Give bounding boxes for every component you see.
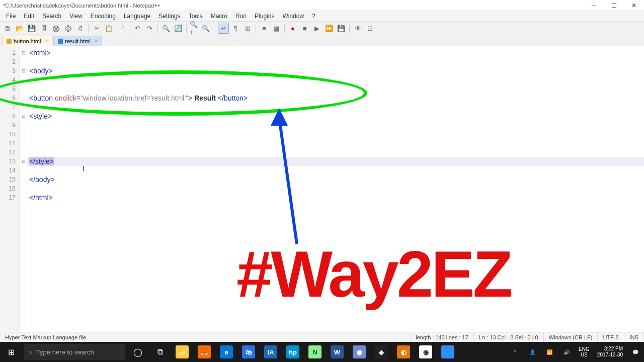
tray-up-icon[interactable]: ˄ <box>507 342 524 362</box>
stop-macro-icon[interactable]: ■ <box>299 23 310 34</box>
play-macro-icon[interactable]: ▶ <box>311 23 323 34</box>
tab-bar: button.html × result.html × <box>0 35 644 46</box>
code-line: <html> <box>29 49 51 57</box>
copy-icon[interactable]: 📋 <box>103 23 114 34</box>
toolbar-separator <box>186 24 187 33</box>
status-length: length : 143 lines : 17 <box>411 332 474 342</box>
code-editor[interactable]: 1234 5678 9101112 13141516 17 ⊟⊟ ⊟⊟ <htm… <box>0 46 644 332</box>
menu-plugins[interactable]: Plugins <box>251 13 278 20</box>
status-mode: INS <box>624 332 644 342</box>
close-all-icon[interactable]: ⨷ <box>62 23 73 34</box>
menu-view[interactable]: View <box>65 13 87 20</box>
zoom-out-icon[interactable]: 🔍- <box>201 23 212 34</box>
cut-icon[interactable]: ✂ <box>91 23 102 34</box>
toolbar-separator <box>129 24 129 33</box>
record-macro-icon[interactable]: ● <box>287 23 298 34</box>
maximize-button[interactable]: ☐ <box>604 0 624 11</box>
status-encoding: UTF-8 <box>598 332 624 342</box>
status-position: Ln : 13 Col : 8 Sel : 0 | 0 <box>474 332 544 342</box>
print-icon[interactable]: 🖨 <box>74 23 86 34</box>
doc-map-icon[interactable]: ▦ <box>271 23 282 34</box>
indent-guide-icon[interactable]: ⊞ <box>242 23 253 34</box>
show-hidden-icon[interactable]: ⊡ <box>364 23 375 34</box>
taskbar-app-hp[interactable]: hp <box>282 342 304 362</box>
code-content[interactable]: <html> <body> <button onclick="window.lo… <box>27 46 644 332</box>
find-icon[interactable]: 🔍 <box>160 23 172 34</box>
tab-close-icon[interactable]: × <box>45 38 48 44</box>
taskbar-app-word[interactable]: W <box>326 342 348 362</box>
taskbar-app-notepadpp[interactable]: N <box>304 342 326 362</box>
minimize-button[interactable]: ─ <box>584 0 604 11</box>
open-file-icon[interactable]: 📂 <box>14 23 25 34</box>
code-token: = <box>76 94 80 102</box>
menu-file[interactable]: File <box>2 13 20 20</box>
cortana-icon[interactable]: ◯ <box>127 342 149 362</box>
menu-settings[interactable]: Settings <box>154 13 184 20</box>
menu-macro[interactable]: Macro <box>207 13 231 20</box>
tab-result-html[interactable]: result.html × <box>53 36 102 46</box>
redo-icon[interactable]: ↷ <box>144 23 155 34</box>
function-list-icon[interactable]: ≡ <box>259 23 270 34</box>
tray-wifi-icon[interactable]: 📶 <box>541 342 558 362</box>
menu-tools[interactable]: Tools <box>185 13 207 20</box>
menu-search[interactable]: Search <box>38 13 65 20</box>
tray-volume-icon[interactable]: 🔊 <box>558 342 575 362</box>
code-line: </body> <box>29 175 55 184</box>
save-icon[interactable]: 💾 <box>26 23 37 34</box>
wordwrap-icon[interactable]: ↵ <box>218 23 229 34</box>
show-all-chars-icon[interactable]: ¶ <box>230 23 241 34</box>
close-button[interactable]: ✕ <box>624 0 644 11</box>
system-tray: ˄ 👤 📶 🔊 ENGUS 3:22 PM2017-12-30 💬 <box>507 342 644 362</box>
taskbar-app-ia[interactable]: IA <box>260 342 282 362</box>
taskbar-search[interactable]: ○ Type here to search <box>24 344 125 360</box>
save-macro-icon[interactable]: 💾 <box>336 23 347 34</box>
code-token: Result <box>192 94 218 102</box>
tab-button-html[interactable]: button.html × <box>2 36 52 46</box>
tray-clock[interactable]: 3:22 PM2017-12-30 <box>593 346 627 358</box>
play-multi-icon[interactable]: ⏩ <box>324 23 335 34</box>
undo-icon[interactable]: ↶ <box>132 23 143 34</box>
taskbar-app-blender[interactable]: ◐ <box>392 342 415 362</box>
tab-close-icon[interactable]: × <box>95 38 98 44</box>
code-token: <button <box>29 94 55 102</box>
taskbar-app-edge[interactable]: e <box>215 342 237 362</box>
menu-edit[interactable]: Edit <box>20 13 38 20</box>
toolbar-separator <box>284 24 285 33</box>
paste-icon[interactable]: 📄 <box>115 23 126 34</box>
tab-label: result.html <box>65 38 91 44</box>
taskbar-app-firefox[interactable]: 🦊 <box>193 342 215 362</box>
taskbar-app-unity[interactable]: ◈ <box>370 342 392 362</box>
code-token: "window.location.href='result.html'" <box>80 94 188 102</box>
task-view-icon[interactable]: ⧉ <box>149 342 171 362</box>
tray-lang[interactable]: ENGUS <box>575 342 593 362</box>
menu-encoding[interactable]: Encoding <box>87 13 120 20</box>
new-file-icon[interactable]: 🗎 <box>2 23 13 34</box>
tray-notifications-icon[interactable]: 💬 <box>627 342 644 362</box>
taskbar-app-browser[interactable]: 🌐 <box>437 342 459 362</box>
zoom-in-icon[interactable]: 🔍+ <box>189 23 200 34</box>
close-file-icon[interactable]: ⨂ <box>50 23 61 34</box>
taskbar-app-explorer[interactable]: 📁 <box>171 342 193 362</box>
monitor-icon[interactable]: 👁 <box>352 23 363 34</box>
file-icon <box>7 39 12 44</box>
taskbar-app-chrome[interactable]: ◉ <box>415 342 437 362</box>
code-token: </button> <box>218 94 248 102</box>
menu-help[interactable]: ? <box>308 13 319 20</box>
menu-run[interactable]: Run <box>231 13 251 20</box>
code-line: <body> <box>29 67 53 75</box>
menu-language[interactable]: Language <box>120 13 154 20</box>
menu-window[interactable]: Window <box>278 13 308 20</box>
menu-bar: File Edit Search View Encoding Language … <box>0 11 644 21</box>
start-button[interactable]: ⊞ <box>0 342 22 362</box>
code-token: onclick <box>55 94 76 102</box>
save-all-icon[interactable]: 🗄 <box>38 23 49 34</box>
replace-icon[interactable]: 🔄 <box>173 23 184 34</box>
status-filetype: Hyper Text Markup Language file <box>0 332 411 342</box>
taskbar-app-discord[interactable]: ◉ <box>348 342 370 362</box>
taskbar-app-store[interactable]: 🛍 <box>237 342 260 362</box>
toolbar: 🗎 📂 💾 🗄 ⨂ ⨷ 🖨 ✂ 📋 📄 ↶ ↷ 🔍 🔄 🔍+ 🔍- ↵ ¶ ⊞ … <box>0 21 644 35</box>
tray-people-icon[interactable]: 👤 <box>524 342 541 362</box>
text-cursor: I <box>83 164 85 173</box>
status-eol: Windows (CR LF) <box>544 332 598 342</box>
fold-column: ⊟⊟ ⊟⊟ <box>20 46 27 332</box>
